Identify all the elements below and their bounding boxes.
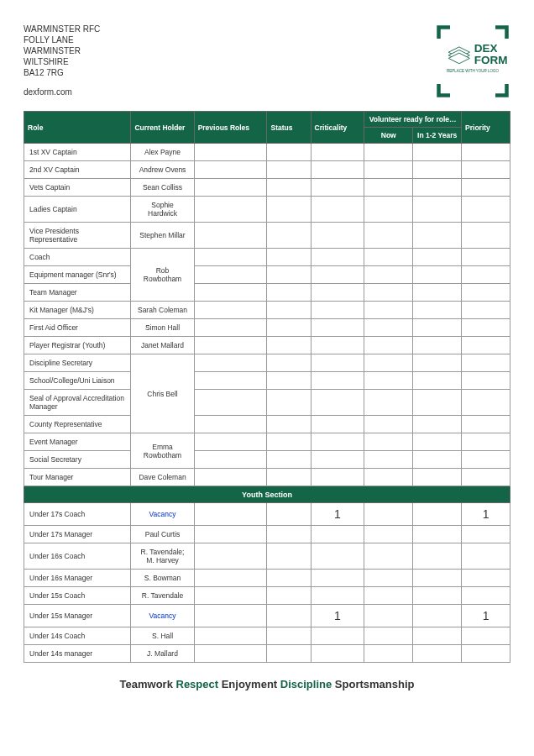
prev-cell bbox=[194, 319, 267, 337]
status-cell bbox=[267, 503, 311, 526]
prev-cell bbox=[194, 179, 267, 197]
role-cell: Under 16s Coach bbox=[24, 543, 131, 570]
now-cell bbox=[364, 543, 413, 570]
now-cell bbox=[364, 570, 413, 587]
prev-cell bbox=[194, 451, 267, 469]
youth-section-title: Youth Section bbox=[24, 486, 510, 503]
holder-cell: J. Mallard bbox=[131, 645, 194, 663]
years-cell bbox=[413, 197, 462, 223]
status-cell bbox=[267, 587, 311, 605]
col-holder: Current Holder bbox=[131, 112, 194, 144]
holder-cell: Andrew Ovens bbox=[131, 161, 194, 179]
prev-cell bbox=[194, 469, 267, 486]
crit-cell bbox=[311, 627, 364, 645]
table-row: 2nd XV CaptainAndrew Ovens bbox=[24, 161, 510, 179]
now-cell bbox=[364, 605, 413, 627]
priority-cell bbox=[462, 337, 510, 354]
motto-word: Enjoyment bbox=[222, 678, 277, 690]
role-cell: Coach bbox=[24, 249, 131, 266]
years-cell bbox=[413, 266, 462, 284]
crit-cell bbox=[311, 249, 364, 266]
table-row: Under 14s managerJ. Mallard bbox=[24, 645, 510, 663]
crit-cell bbox=[311, 372, 364, 390]
role-cell: Ladies Captain bbox=[24, 197, 131, 223]
table-row: Under 14s CoachS. Hall bbox=[24, 627, 510, 645]
col-crit: Criticality bbox=[311, 112, 364, 144]
table-row: 1st XV CaptainAlex Payne bbox=[24, 144, 510, 161]
website-text: dexform.com bbox=[24, 87, 100, 97]
roles-table: Role Current Holder Previous Roles Statu… bbox=[24, 111, 510, 663]
status-cell bbox=[267, 469, 311, 486]
table-row: Under 16s ManagerS. Bowman bbox=[24, 570, 510, 587]
status-cell bbox=[267, 266, 311, 284]
years-cell bbox=[413, 390, 462, 416]
crit-cell: 1 bbox=[311, 503, 364, 526]
status-cell bbox=[267, 372, 311, 390]
prev-cell bbox=[194, 587, 267, 605]
now-cell bbox=[364, 433, 413, 451]
crit-cell bbox=[311, 266, 364, 284]
years-cell bbox=[413, 144, 462, 161]
prev-cell bbox=[194, 526, 267, 543]
priority-cell: 1 bbox=[462, 605, 510, 627]
prev-cell bbox=[194, 416, 267, 433]
table-row: CoachRob Rowbotham bbox=[24, 249, 510, 266]
crit-cell bbox=[311, 319, 364, 337]
prev-cell bbox=[194, 390, 267, 416]
table-row: First Aid OfficerSimon Hall bbox=[24, 319, 510, 337]
priority-cell bbox=[462, 249, 510, 266]
svg-text:REPLACE WITH YOUR LOGO: REPLACE WITH YOUR LOGO bbox=[447, 69, 500, 73]
crit-cell bbox=[311, 390, 364, 416]
now-cell bbox=[364, 416, 413, 433]
holder-cell: R. Tavendale bbox=[131, 587, 194, 605]
now-cell bbox=[364, 451, 413, 469]
footer-motto: Teamwork Respect Enjoyment Discipline Sp… bbox=[24, 678, 510, 690]
prev-cell bbox=[194, 197, 267, 223]
now-cell bbox=[364, 645, 413, 663]
status-cell bbox=[267, 526, 311, 543]
prev-cell bbox=[194, 645, 267, 663]
holder-cell: Sean Colliss bbox=[131, 179, 194, 197]
prev-cell bbox=[194, 337, 267, 354]
role-cell: Player Registrar (Youth) bbox=[24, 337, 131, 354]
years-cell bbox=[413, 337, 462, 354]
holder-cell: Vacancy bbox=[131, 605, 194, 627]
holder-cell: S. Bowman bbox=[131, 570, 194, 587]
crit-cell bbox=[311, 451, 364, 469]
now-cell bbox=[364, 526, 413, 543]
priority-cell bbox=[462, 354, 510, 372]
years-cell bbox=[413, 433, 462, 451]
role-cell: Under 17s Manager bbox=[24, 526, 131, 543]
now-cell bbox=[364, 266, 413, 284]
prev-cell bbox=[194, 223, 267, 249]
years-cell bbox=[413, 627, 462, 645]
table-row: Event ManagerEmma Rowbotham bbox=[24, 433, 510, 451]
now-cell bbox=[364, 284, 413, 302]
now-cell bbox=[364, 587, 413, 605]
status-cell bbox=[267, 451, 311, 469]
priority-cell bbox=[462, 451, 510, 469]
holder-cell: Sarah Coleman bbox=[131, 302, 194, 319]
prev-cell bbox=[194, 354, 267, 372]
years-cell bbox=[413, 570, 462, 587]
address-line: WARMINSTER bbox=[24, 45, 100, 56]
status-cell bbox=[267, 319, 311, 337]
crit-cell bbox=[311, 337, 364, 354]
holder-cell: Stephen Millar bbox=[131, 223, 194, 249]
table-row: Seal of Approval Accreditation Manager bbox=[24, 390, 510, 416]
crit-cell bbox=[311, 354, 364, 372]
years-cell bbox=[413, 223, 462, 249]
priority-cell bbox=[462, 144, 510, 161]
priority-cell bbox=[462, 469, 510, 486]
col-prev: Previous Roles bbox=[194, 112, 267, 144]
prev-cell bbox=[194, 266, 267, 284]
status-cell bbox=[267, 645, 311, 663]
years-cell bbox=[413, 354, 462, 372]
holder-cell: Simon Hall bbox=[131, 319, 194, 337]
address-line: WARMINSTER RFC bbox=[24, 24, 100, 34]
role-cell: First Aid Officer bbox=[24, 319, 131, 337]
address-line: WILTSHIRE bbox=[24, 56, 100, 67]
priority-cell bbox=[462, 319, 510, 337]
crit-cell bbox=[311, 469, 364, 486]
now-cell bbox=[364, 372, 413, 390]
